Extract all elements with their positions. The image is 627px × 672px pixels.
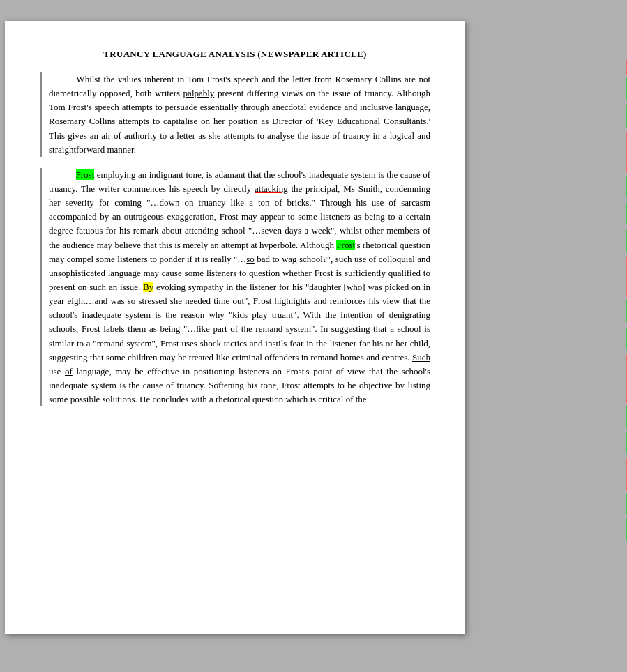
p2-so: so: [246, 254, 255, 264]
p1-capitalise: capitalise: [163, 116, 197, 126]
paragraph-2: Frost employing an indignant tone, is ad…: [40, 168, 430, 406]
p2-frost-highlight1: Frost: [76, 169, 95, 180]
p2-in: In: [320, 323, 328, 334]
p2-frost-highlight2: Frost: [336, 240, 355, 250]
p2-text7: part of the remand system".: [210, 323, 321, 334]
p2-attacking: attacking: [255, 183, 288, 194]
p2-text9: use: [49, 366, 65, 376]
document-title: TRUANCY LANGUAGE ANALYSIS (NEWSPAPER ART…: [40, 49, 430, 60]
p2-like: like: [196, 323, 210, 334]
document-page: TRUANCY LANGUAGE ANALYSIS (NEWSPAPER ART…: [5, 21, 465, 634]
paragraph-1: Whilst the values inherent in Tom Frost'…: [40, 72, 430, 157]
p2-frost3: Frost: [315, 268, 333, 278]
p2-such: Such: [412, 352, 430, 362]
p2-by1: By: [143, 282, 153, 292]
p2-of: of: [65, 366, 73, 376]
p2-text10: language: [73, 366, 109, 376]
p1-palpably: palpably: [183, 88, 215, 98]
